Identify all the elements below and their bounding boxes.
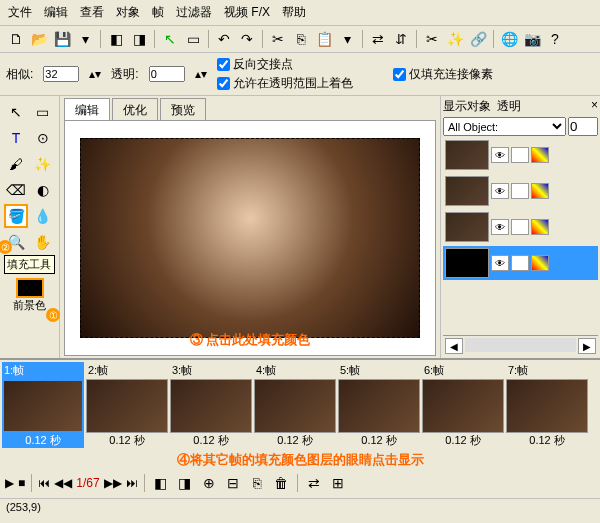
layer-btn[interactable]	[511, 255, 529, 271]
similarity-input[interactable]	[43, 66, 79, 82]
frame-1[interactable]: 1:帧0.12 秒	[2, 362, 84, 448]
flip-icon[interactable]: ⇄	[368, 29, 388, 49]
eye-icon[interactable]: 👁	[491, 147, 509, 163]
menu-object[interactable]: 对象	[116, 4, 140, 21]
copy-icon[interactable]: ⎘	[291, 29, 311, 49]
frame-4[interactable]: 4:帧0.12 秒	[254, 362, 336, 448]
frame-3[interactable]: 3:帧0.12 秒	[170, 362, 252, 448]
play-icon[interactable]: ▶	[5, 476, 14, 490]
canvas-area: 编辑 优化 预览 ③ 点击此处填充颜色	[60, 96, 440, 358]
new-icon[interactable]: 🗋	[6, 29, 26, 49]
grad-icon[interactable]	[531, 219, 549, 235]
frame-5[interactable]: 5:帧0.12 秒	[338, 362, 420, 448]
updown-icon[interactable]: ▴▾	[89, 67, 101, 81]
cam-icon[interactable]: 📷	[522, 29, 542, 49]
prev-icon[interactable]: ◀◀	[54, 476, 72, 490]
eye-icon[interactable]: 👁	[491, 183, 509, 199]
updown-icon[interactable]: ▴▾	[195, 67, 207, 81]
text-tool-icon[interactable]: T	[4, 126, 28, 150]
tl-btn[interactable]: ◨	[175, 473, 195, 493]
next-icon[interactable]: ▶▶	[104, 476, 122, 490]
layer-row-active[interactable]: 👁	[443, 246, 598, 280]
last-icon[interactable]: ⏭	[126, 476, 138, 490]
trans-spin[interactable]	[568, 117, 598, 136]
cut-icon[interactable]: ✂	[268, 29, 288, 49]
link-icon[interactable]: 🔗	[468, 29, 488, 49]
grad-icon[interactable]	[531, 147, 549, 163]
arrow-icon[interactable]: ↖	[160, 29, 180, 49]
frame-6[interactable]: 6:帧0.12 秒	[422, 362, 504, 448]
first-icon[interactable]: ⏮	[38, 476, 50, 490]
hand-tool-icon[interactable]: ✋	[31, 230, 55, 254]
tl-btn[interactable]: ⇄	[304, 473, 324, 493]
fill-tool-icon[interactable]: 🪣	[4, 204, 28, 228]
allowtrans-check[interactable]	[217, 77, 230, 90]
fillonly-check[interactable]	[393, 68, 406, 81]
redo-icon[interactable]: ↷	[237, 29, 257, 49]
toolb-icon[interactable]: ◨	[129, 29, 149, 49]
marquee-tool-icon[interactable]: ▭	[31, 100, 55, 124]
eye-icon[interactable]: 👁	[491, 219, 509, 235]
undo-icon[interactable]: ↶	[214, 29, 234, 49]
close-icon[interactable]: ×	[591, 98, 598, 115]
help-icon[interactable]: ?	[545, 29, 565, 49]
reverse-check[interactable]	[217, 58, 230, 71]
tab-preview[interactable]: 预览	[160, 98, 206, 120]
tl-btn[interactable]: ⊞	[328, 473, 348, 493]
transparent-input[interactable]	[149, 66, 185, 82]
eye-icon[interactable]: 👁	[491, 255, 509, 271]
colorrep-tool-icon[interactable]: ◐	[31, 178, 55, 202]
layer-btn[interactable]	[511, 219, 529, 235]
lasso-tool-icon[interactable]: ⊙	[31, 126, 55, 150]
panel-btn[interactable]: ◀	[445, 338, 463, 354]
layers-panel: 显示对象 透明 × All Object: 👁 👁 👁 👁 ◀ ▶	[440, 96, 600, 358]
frame-2[interactable]: 2:帧0.12 秒	[86, 362, 168, 448]
layer-btn[interactable]	[511, 147, 529, 163]
crop-icon[interactable]: ✂	[422, 29, 442, 49]
object-select[interactable]: All Object:	[443, 117, 566, 136]
stop-icon[interactable]: ■	[18, 476, 25, 490]
menu-view[interactable]: 查看	[80, 4, 104, 21]
eyedrop-tool-icon[interactable]: 💧	[31, 204, 55, 228]
tab-optimize[interactable]: 优化	[112, 98, 158, 120]
eraser-tool-icon[interactable]: ⌫	[4, 178, 28, 202]
layer-btn[interactable]	[511, 183, 529, 199]
toola-icon[interactable]: ◧	[106, 29, 126, 49]
menu-file[interactable]: 文件	[8, 4, 32, 21]
menu-edit[interactable]: 编辑	[44, 4, 68, 21]
layer-row[interactable]: 👁	[443, 174, 598, 208]
tab-edit[interactable]: 编辑	[64, 98, 110, 120]
tl-btn[interactable]: ◧	[151, 473, 171, 493]
select-icon[interactable]: ▭	[183, 29, 203, 49]
wand-icon[interactable]: ✨	[445, 29, 465, 49]
reverse-label: 反向交接点	[233, 56, 293, 73]
pastedd-icon[interactable]: ▾	[337, 29, 357, 49]
save-icon[interactable]: 💾	[52, 29, 72, 49]
pointer-tool-icon[interactable]: ↖	[4, 100, 28, 124]
panel-btn[interactable]: ▶	[578, 338, 596, 354]
foreground-swatch[interactable]	[16, 278, 44, 298]
open-icon[interactable]: 📂	[29, 29, 49, 49]
layer-scroll[interactable]	[465, 338, 576, 352]
canvas[interactable]	[80, 138, 420, 338]
frame-7[interactable]: 7:帧0.12 秒	[506, 362, 588, 448]
menu-frame[interactable]: 帧	[152, 4, 164, 21]
tl-btn[interactable]: ⊕	[199, 473, 219, 493]
grad-icon[interactable]	[531, 183, 549, 199]
menu-help[interactable]: 帮助	[282, 4, 306, 21]
flip2-icon[interactable]: ⇵	[391, 29, 411, 49]
savedd-icon[interactable]: ▾	[75, 29, 95, 49]
web-icon[interactable]: 🌐	[499, 29, 519, 49]
layer-row[interactable]: 👁	[443, 210, 598, 244]
brush-tool-icon[interactable]: 🖌	[4, 152, 28, 176]
tl-btn[interactable]: 🗑	[271, 473, 291, 493]
wand-tool-icon[interactable]: ✨	[31, 152, 55, 176]
menu-videofx[interactable]: 视频 F/X	[224, 4, 270, 21]
grad-icon[interactable]	[531, 255, 549, 271]
status-bar: (253,9)	[0, 498, 600, 515]
tl-btn[interactable]: ⊟	[223, 473, 243, 493]
menu-filter[interactable]: 过滤器	[176, 4, 212, 21]
tl-btn[interactable]: ⎘	[247, 473, 267, 493]
layer-row[interactable]: 👁	[443, 138, 598, 172]
paste-icon[interactable]: 📋	[314, 29, 334, 49]
